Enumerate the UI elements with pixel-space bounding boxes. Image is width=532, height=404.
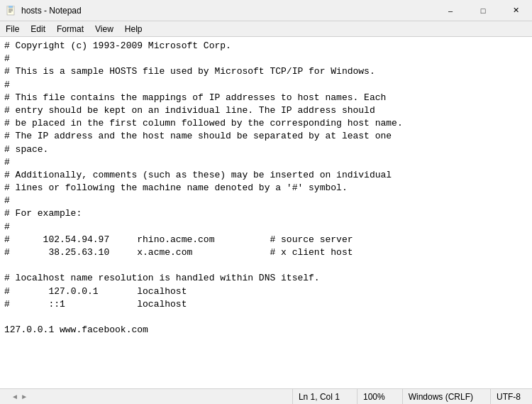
zoom-level[interactable]: 100%: [357, 389, 391, 404]
editor-container: # Copyright (c) 1993-2009 Microsoft Corp…: [0, 37, 532, 388]
encoding[interactable]: UTF-8: [490, 389, 526, 404]
position-label: Ln 1, Col 1: [299, 392, 340, 402]
line-ending-label: Windows (CRLF): [409, 392, 473, 402]
line-ending[interactable]: Windows (CRLF): [402, 389, 479, 404]
format-menu[interactable]: Format: [51, 23, 89, 36]
window-title: hosts - Notepad: [21, 6, 82, 16]
cursor-position: Ln 1, Col 1: [292, 389, 345, 404]
view-menu[interactable]: View: [89, 23, 119, 36]
notepad-icon: [6, 5, 17, 16]
menu-bar: File Edit Format View Help: [0, 21, 532, 37]
scroll-left-indicator: ◄: [11, 393, 18, 400]
minimize-button[interactable]: –: [434, 0, 467, 21]
status-bar: ◄ ► Ln 1, Col 1 100% Windows (CRLF) UTF-…: [0, 388, 532, 404]
edit-menu[interactable]: Edit: [25, 23, 51, 36]
status-position-section: ◄ ►: [6, 389, 281, 404]
file-menu[interactable]: File: [0, 23, 25, 36]
close-button[interactable]: ✕: [499, 0, 532, 21]
zoom-label: 100%: [363, 392, 385, 402]
svg-rect-1: [9, 6, 13, 8]
encoding-label: UTF-8: [497, 392, 521, 402]
scroll-right-indicator: ►: [21, 393, 28, 400]
title-bar: hosts - Notepad – □ ✕: [0, 0, 532, 21]
help-menu[interactable]: Help: [119, 23, 148, 36]
title-bar-controls: – □ ✕: [434, 0, 532, 21]
maximize-button[interactable]: □: [467, 0, 499, 21]
title-bar-left: hosts - Notepad: [6, 5, 82, 16]
editor-content[interactable]: # Copyright (c) 1993-2009 Microsoft Corp…: [0, 37, 532, 388]
